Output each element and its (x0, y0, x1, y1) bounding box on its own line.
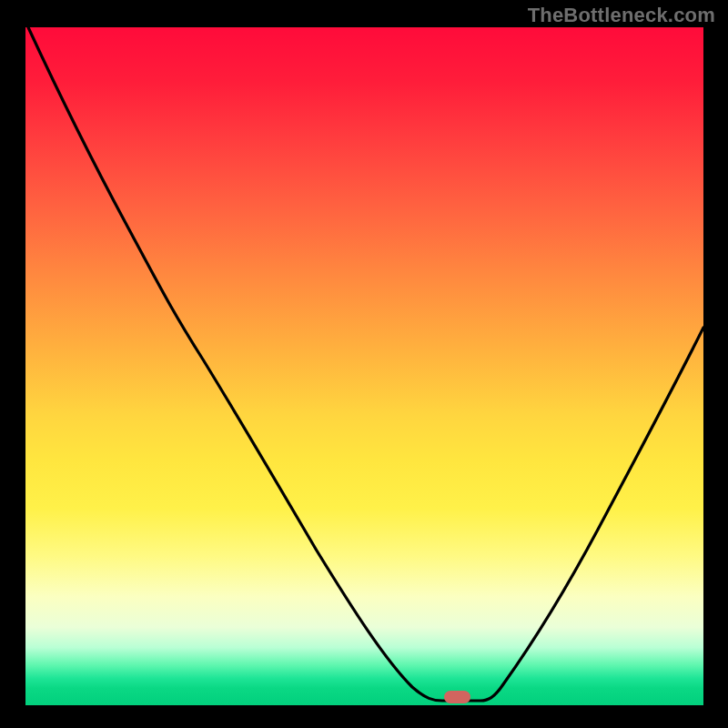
curve-path (28, 27, 703, 701)
chart-frame: TheBottleneck.com (0, 0, 728, 728)
watermark-text: TheBottleneck.com (528, 4, 715, 27)
bottleneck-curve (25, 27, 703, 705)
optimal-marker (444, 691, 470, 703)
plot-area (25, 27, 703, 705)
